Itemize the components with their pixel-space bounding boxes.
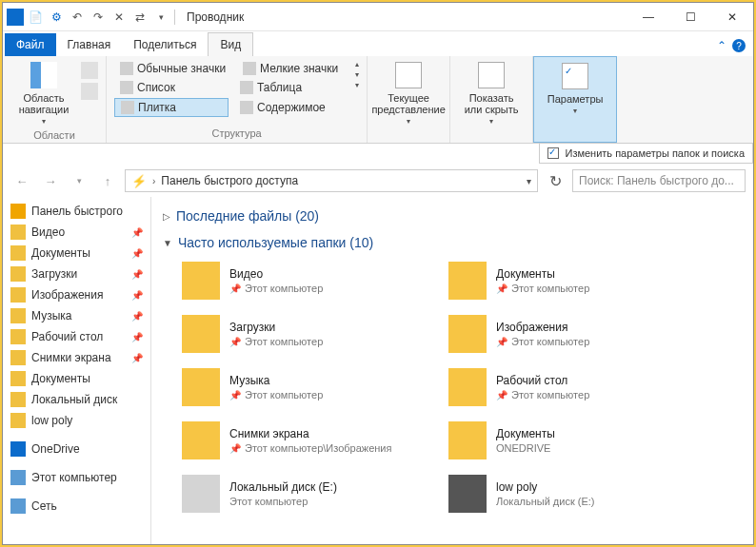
- sidebar-item[interactable]: Изображения📌: [3, 284, 150, 305]
- sidebar-item-label: Загрузки: [31, 267, 77, 281]
- sidebar-item[interactable]: low poly: [3, 410, 150, 431]
- navigation-sidebar: Панель быстрого Видео📌Документы📌Загрузки…: [3, 197, 151, 544]
- folder-tile[interactable]: Изображения 📌Этот компьютер: [445, 311, 692, 357]
- pin-icon: 📌: [131, 311, 143, 322]
- qat-redo-icon[interactable]: ↷: [89, 8, 108, 27]
- show-hide-button[interactable]: Показать или скрыть ▾: [458, 60, 525, 127]
- pc-icon: [10, 470, 26, 485]
- layout-small-icons[interactable]: Мелкие значки: [237, 60, 351, 77]
- folders-grid: Видео 📌Этот компьютер Документы 📌Этот ко…: [163, 258, 742, 517]
- current-view-button[interactable]: Текущее представление ▾: [375, 60, 442, 127]
- sidebar-item[interactable]: Снимки экрана📌: [3, 347, 150, 368]
- sidebar-item[interactable]: Локальный диск: [3, 389, 150, 410]
- details-pane-button[interactable]: [81, 83, 98, 100]
- up-button[interactable]: ↑: [96, 169, 119, 192]
- sidebar-item-label: Снимки экрана: [31, 351, 111, 364]
- icon: [121, 101, 134, 114]
- qat-delete-icon[interactable]: ✕: [109, 8, 129, 27]
- folder-tile[interactable]: Загрузки 📌Этот компьютер: [178, 311, 426, 357]
- sidebar-item[interactable]: Документы📌: [3, 243, 150, 264]
- qat-app-icon[interactable]: [7, 9, 24, 26]
- tab-view[interactable]: Вид: [208, 32, 253, 56]
- qat-rename-icon[interactable]: ⇄: [130, 8, 149, 27]
- icon: [240, 81, 253, 94]
- back-button[interactable]: ←: [10, 169, 33, 192]
- pin-icon: 📌: [229, 390, 241, 400]
- group-label-empty2: [458, 127, 525, 143]
- pin-icon: 📌: [496, 337, 507, 347]
- section-title: Последние файлы (20): [176, 208, 319, 224]
- folder-icon: [10, 245, 26, 261]
- folder-icon: [10, 392, 26, 407]
- folder-text: Рабочий стол 📌Этот компьютер: [496, 374, 589, 400]
- folder-tile[interactable]: Рабочий стол 📌Этот компьютер: [445, 364, 692, 410]
- bolt-icon: [10, 204, 26, 219]
- options-button[interactable]: ✓ Параметры ▾: [542, 61, 608, 117]
- sidebar-onedrive[interactable]: OneDrive: [3, 439, 150, 459]
- sidebar-item[interactable]: Загрузки📌: [3, 264, 150, 284]
- sidebar-network[interactable]: Сеть: [3, 496, 150, 517]
- search-box[interactable]: Поиск: Панель быстрого до...: [572, 169, 746, 192]
- layout-content[interactable]: Содержимое: [234, 98, 348, 117]
- folder-icon: [10, 308, 26, 323]
- sidebar-item-label: Рабочий стол: [31, 330, 103, 343]
- folder-tile[interactable]: Документы ONEDRIVE: [445, 418, 692, 463]
- help-icon[interactable]: ?: [732, 39, 746, 52]
- pin-icon: 📌: [229, 337, 241, 347]
- section-recent-files[interactable]: ▷ Последние файлы (20): [163, 205, 742, 231]
- folder-tile[interactable]: Видео 📌Этот компьютер: [178, 258, 426, 303]
- qat-undo-icon[interactable]: ↶: [68, 8, 87, 27]
- navigation-pane-button[interactable]: Область навигации ▾: [10, 60, 77, 127]
- folder-tile[interactable]: Локальный диск (E:) Этот компьютер: [178, 471, 426, 517]
- window-buttons: — ☐ ✕: [627, 4, 753, 30]
- folder-tile[interactable]: Снимки экрана 📌Этот компьютер\Изображени…: [178, 418, 426, 463]
- ribbon-group-options: ✓ Параметры ▾: [533, 56, 617, 143]
- sidebar-item[interactable]: Документы: [3, 368, 150, 389]
- layout-normal-icons[interactable]: Обычные значки: [114, 60, 231, 77]
- layout-table[interactable]: Таблица: [234, 79, 348, 96]
- gallery-up-icon[interactable]: ▴: [355, 60, 359, 68]
- pin-icon: 📌: [229, 283, 241, 294]
- ribbon-collapse-icon[interactable]: ⌃: [717, 39, 726, 52]
- qat-newfolder-icon[interactable]: 📄: [26, 8, 45, 27]
- preview-pane-button[interactable]: [81, 62, 98, 79]
- folder-tile[interactable]: low poly Локальный диск (E:): [445, 471, 692, 517]
- main-pane: ▷ Последние файлы (20) ▼ Часто используе…: [151, 197, 753, 544]
- maximize-button[interactable]: ☐: [669, 4, 711, 30]
- gallery-more-icon[interactable]: ▾: [355, 81, 359, 89]
- forward-button[interactable]: →: [39, 169, 62, 192]
- sidebar-item[interactable]: Музыка📌: [3, 305, 150, 326]
- options-icon: ✓: [562, 63, 588, 89]
- tab-file[interactable]: Файл: [5, 33, 56, 56]
- sidebar-thispc[interactable]: Этот компьютер: [3, 467, 150, 488]
- quick-access-toolbar: 📄 ⚙ ↶ ↷ ✕ ⇄ ▾: [3, 8, 181, 27]
- refresh-button[interactable]: ↻: [544, 169, 567, 192]
- folder-tile[interactable]: Музыка 📌Этот компьютер: [178, 364, 426, 410]
- folder-tile[interactable]: Документы 📌Этот компьютер: [445, 258, 692, 303]
- ribbon-group-showhide: Показать или скрыть ▾: [450, 56, 533, 143]
- qat-properties-icon[interactable]: ⚙: [47, 8, 66, 27]
- tab-share[interactable]: Поделиться: [122, 33, 208, 56]
- sidebar-item[interactable]: Рабочий стол📌: [3, 326, 150, 347]
- folder-name: Рабочий стол: [496, 374, 589, 387]
- layout-tiles[interactable]: Плитка: [114, 98, 229, 117]
- folder-text: Изображения 📌Этот компьютер: [496, 321, 589, 347]
- minimize-button[interactable]: —: [627, 4, 669, 30]
- address-bar[interactable]: ⚡ › Панель быстрого доступа ▾: [125, 169, 538, 192]
- folder-icon: [10, 329, 26, 344]
- folder-location: Локальный диск (E:): [496, 496, 595, 507]
- label: Сеть: [31, 499, 57, 513]
- sidebar-item[interactable]: Видео📌: [3, 222, 150, 243]
- gallery-down-icon[interactable]: ▾: [355, 70, 359, 79]
- layout-list[interactable]: Список: [114, 79, 229, 96]
- address-dropdown-icon[interactable]: ▾: [527, 176, 531, 186]
- recent-dropdown[interactable]: ▾: [68, 169, 90, 192]
- folder-icon: [182, 315, 220, 353]
- folder-icon: [10, 225, 26, 240]
- section-frequent-folders[interactable]: ▼ Часто используемые папки (10): [163, 231, 742, 258]
- close-button[interactable]: ✕: [711, 4, 753, 30]
- tab-home[interactable]: Главная: [56, 33, 123, 56]
- sidebar-quickaccess[interactable]: Панель быстрого: [3, 201, 150, 222]
- chevron-down-icon: ▾: [489, 117, 493, 126]
- qat-dropdown-icon[interactable]: ▾: [151, 8, 170, 27]
